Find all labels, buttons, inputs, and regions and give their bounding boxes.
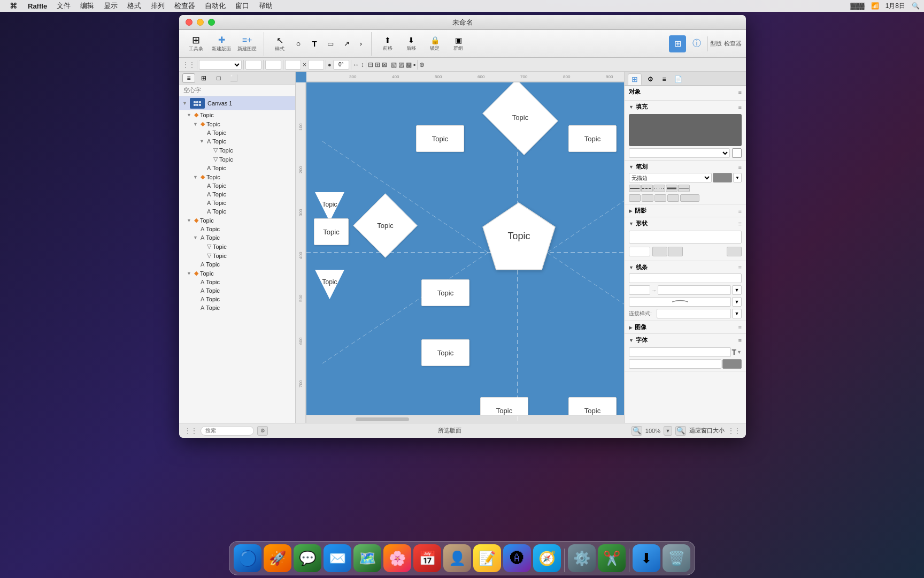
toolbar2-h-input[interactable] (308, 60, 324, 70)
dock-contacts[interactable]: 👤 (443, 544, 471, 572)
menu-auto[interactable]: 自动化 (201, 0, 230, 12)
toolbar-arrow-tool[interactable]: ↗ (339, 36, 354, 51)
section-line-chevron[interactable]: ▼ (629, 265, 634, 270)
section-shape-chevron[interactable]: ▼ (629, 221, 634, 226)
menu-view[interactable]: 显示 (99, 0, 122, 12)
toolbar2-style-select[interactable] (199, 60, 242, 70)
shape-control-input[interactable] (629, 247, 650, 256)
toolbar-backward-btn[interactable]: ⬇ 后移 (401, 32, 422, 56)
zoom-in-btn[interactable]: 🔍 (675, 426, 686, 436)
menu-edit[interactable]: 编辑 (76, 0, 98, 12)
dock-mail[interactable]: ✉️ (324, 544, 351, 572)
toolbar-more-tool[interactable]: › (355, 36, 367, 51)
topic-arrow-down-2[interactable]: Topic (315, 270, 344, 307)
tree-item[interactable]: A Topic (179, 199, 295, 207)
tree-item[interactable]: ▼ A Topic (179, 233, 295, 242)
tree-item[interactable]: ▼ ◆ Topic (179, 110, 295, 119)
topic-top-diamond[interactable]: Topic (491, 93, 550, 141)
toolbar-new-canvas-btn[interactable]: ✚ 新建版面 (209, 32, 234, 56)
tree-item[interactable]: ▼ ◆ Topic (179, 216, 295, 225)
toolbar2-align3[interactable]: ⊠ (382, 61, 387, 69)
close-button[interactable] (186, 19, 192, 26)
toolbar-connect-tool[interactable]: ○ (291, 36, 306, 51)
dock-calendar[interactable]: 📅 (413, 544, 441, 572)
fit-window-btn[interactable]: 适应窗口大小 (689, 427, 725, 435)
tree-item[interactable]: A Topic (179, 295, 295, 303)
corner-style-2[interactable] (642, 194, 653, 202)
corner-style-3[interactable] (654, 194, 666, 202)
panel-tab-extra[interactable]: ⬜ (227, 73, 240, 83)
tree-item[interactable]: A Topic (179, 278, 295, 286)
topic-mid-right[interactable]: Topic (568, 125, 617, 152)
zoom-dropdown[interactable]: ▼ (664, 426, 672, 436)
tree-item[interactable]: A Topic (179, 286, 295, 295)
dock-download[interactable]: ⬇ (633, 544, 660, 572)
dock-notes[interactable]: 📝 (473, 544, 501, 572)
tree-item[interactable]: A Topic (179, 128, 295, 137)
dock-maps[interactable]: 🗺️ (353, 544, 381, 572)
tree-item[interactable]: A Topic (179, 207, 295, 216)
tree-item[interactable]: ▼ ◆ Topic (179, 172, 295, 181)
tree-item[interactable]: ▽ Topic (179, 155, 295, 164)
tree-item[interactable]: ▽ Topic (179, 251, 295, 260)
tree-canvas-item[interactable]: ▼ Canvas 1 (179, 96, 295, 110)
tree-item[interactable]: ▽ Topic (179, 242, 295, 251)
stroke-style-1[interactable] (629, 185, 641, 192)
canvas-content[interactable]: Topic Topic Topic Topic Topic (306, 82, 624, 423)
dock-photos[interactable]: 🌸 (383, 544, 411, 572)
minimize-button[interactable] (197, 19, 204, 26)
dock-appstore[interactable]: 🅐 (503, 544, 531, 572)
shape-corner-btn-2[interactable] (668, 247, 683, 256)
section-font-chevron[interactable]: ▼ (629, 338, 634, 343)
panel-tab-pages[interactable]: □ (212, 73, 225, 83)
tree-item[interactable]: ▼ ◆ Topic (179, 119, 295, 128)
toolbar-canvas-btn[interactable]: ⊞ 工具条 (183, 32, 208, 56)
stroke-end-btn[interactable]: ▼ (733, 173, 742, 182)
menu-arrange[interactable]: 排列 (147, 0, 169, 12)
toolbar-select-tool[interactable]: ↖ 样式 (270, 32, 290, 56)
canvas-area[interactable]: 300 400 500 600 700 800 900 100 200 300 … (296, 72, 624, 423)
canvas-hscrollbar[interactable] (306, 415, 624, 423)
zoom-out-btn[interactable]: 🔍 (632, 426, 642, 436)
topic-center-pentagon[interactable]: Topic (480, 200, 558, 272)
toolbar-icon-info[interactable]: ⓘ (688, 35, 705, 52)
tree-item[interactable]: A Topic (179, 260, 295, 269)
section-stroke-chevron[interactable]: ▼ (629, 164, 634, 170)
section-fill-chevron[interactable]: ▼ (629, 104, 634, 110)
maximize-button[interactable] (208, 19, 215, 26)
font-color-swatch[interactable] (722, 359, 742, 369)
toolbar-forward-btn[interactable]: ⬆ 前移 (377, 32, 398, 56)
corner-style-extra[interactable] (680, 194, 699, 202)
stroke-color-swatch[interactable] (713, 173, 732, 182)
toolbar2-w-input[interactable] (285, 60, 301, 70)
stroke-style-3[interactable] (653, 185, 665, 192)
tree-item[interactable]: A Topic (179, 225, 295, 233)
menu-file[interactable]: 文件 (52, 0, 75, 12)
toolbar2-grid-toggle[interactable]: ⊕ (419, 61, 425, 69)
toolbar2-size4[interactable]: ▪ (413, 61, 415, 69)
tree-item[interactable]: A Topic (179, 303, 295, 312)
menu-inspector[interactable]: 检查器 (170, 0, 199, 12)
topic-bottom-left[interactable]: Topic (421, 279, 469, 306)
menu-apple[interactable]: ⌘ (4, 2, 22, 10)
shape-corner-btn-1[interactable] (652, 247, 667, 256)
tree-item[interactable]: ▽ Topic (179, 146, 295, 155)
dock-launchpad[interactable]: 🚀 (264, 544, 291, 572)
dock-messages[interactable]: 💬 (294, 544, 321, 572)
search-input[interactable] (201, 426, 254, 436)
toolbar2-angle-input[interactable] (333, 60, 349, 70)
toolbar2-y-input[interactable] (265, 60, 281, 70)
toolbar-group-btn[interactable]: ▣ 群组 (448, 32, 469, 56)
fill-type-select[interactable] (629, 148, 730, 158)
toolbar-lock-btn[interactable]: 🔒 锁定 (424, 32, 445, 56)
toolbar2-x-input[interactable] (245, 60, 261, 70)
right-tab-layers2[interactable]: ≡ (657, 73, 671, 85)
toolbar2-flip-h[interactable]: ↔ (353, 61, 359, 69)
stroke-style-2[interactable] (641, 185, 653, 192)
fill-color-btn[interactable] (732, 148, 742, 158)
section-image-chevron[interactable]: ▶ (629, 325, 633, 330)
tree-item[interactable]: A Topic (179, 190, 295, 199)
panel-tab-layers[interactable]: ≡ (182, 73, 195, 83)
toolbar2-size1[interactable]: ▧ (391, 61, 397, 69)
menu-raffle[interactable]: Raffle (24, 1, 51, 11)
